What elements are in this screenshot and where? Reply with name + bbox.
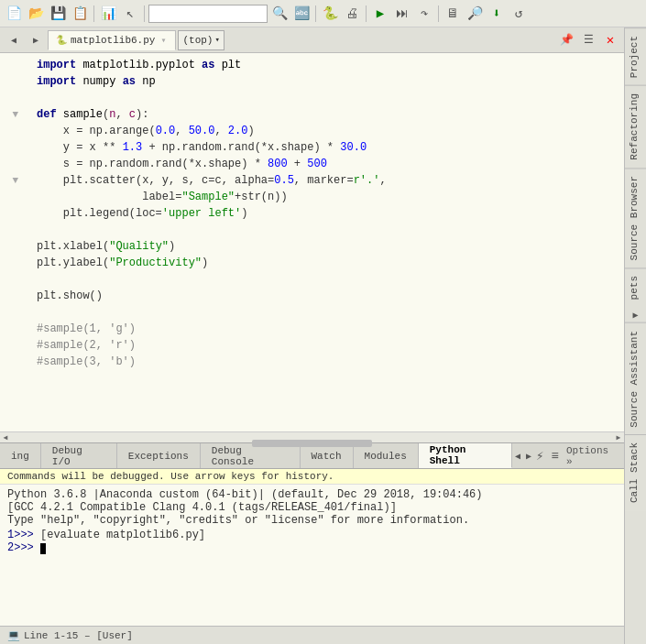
file-tabs: ◀ ▶ 🐍 matplotlib6.py ▾ (top) ▾ 📌 ☰ ✕	[0, 27, 624, 53]
sidebar-tab-pets[interactable]: pets	[625, 267, 646, 307]
right-sidebar: Project Refactoring Source Browser pets …	[624, 27, 646, 644]
save-as-icon[interactable]: 📋	[70, 4, 90, 24]
code-editor[interactable]: import matplotlib.pyplot as plt import n…	[0, 53, 624, 431]
code-line-14	[0, 271, 624, 288]
code-content-18: #sample(2, 'r')	[37, 337, 620, 354]
tab-debug-console-label: Debug Console	[212, 445, 289, 467]
line-num-4: ▼	[4, 106, 22, 123]
python-file-icon: 🐍	[56, 35, 67, 46]
code-content-17: #sample(1, 'g')	[37, 321, 620, 337]
code-content-2: import numpy as np	[37, 73, 620, 90]
sidebar-tab-call-stack[interactable]: Call Stack	[625, 434, 646, 510]
tabs-nav-prev[interactable]: ◀	[512, 451, 523, 462]
scroll-right-btn[interactable]: ▶	[613, 432, 624, 443]
code-line-11	[0, 222, 624, 238]
forward-icon[interactable]: ▶	[26, 30, 46, 50]
tab-debug-io-label: Debug I/O	[52, 445, 105, 467]
status-icon: 💻	[7, 629, 20, 641]
console-gcc-info: [GCC 4.2.1 Compatible Clang 4.0.1 (tags/…	[7, 501, 617, 514]
step-over-icon[interactable]: ⏭	[392, 4, 412, 24]
sidebar-tab-source-assistant-label: Source Assistant	[629, 331, 640, 428]
h-scrollbar[interactable]: ◀ ▶	[0, 431, 624, 442]
code-content-5: x = np.arange(0.0, 50.0, 2.0)	[37, 123, 620, 139]
new-file-icon[interactable]: 📄	[4, 4, 24, 24]
status-bar: 💻 Line 1-15 – [User]	[0, 626, 624, 644]
console-python-version: Python 3.6.8 |Anaconda custom (64-bit)| …	[7, 488, 617, 501]
console-prompt-2: 2>>>	[7, 541, 617, 554]
code-content-19: #sample(3, 'b')	[37, 354, 620, 370]
sep3	[315, 5, 316, 22]
tab-ing[interactable]: ing	[0, 443, 41, 468]
cursor-icon[interactable]: ↖	[120, 4, 140, 24]
open-icon[interactable]: 📂	[26, 4, 46, 24]
tab-exceptions[interactable]: Exceptions	[117, 443, 201, 468]
file-tab-matplotlib[interactable]: 🐍 matplotlib6.py ▾	[48, 30, 176, 50]
options-btn[interactable]: Options »	[564, 443, 620, 469]
code-line-7: s = np.random.rand(*x.shape) * 800 + 500	[0, 156, 624, 172]
code-content-4: def sample(n, c):	[37, 106, 620, 123]
sep5	[438, 5, 439, 22]
scroll-left-btn[interactable]: ◀	[0, 432, 11, 443]
status-text: Line 1-15 – [User]	[24, 630, 133, 641]
file-tab-name: matplotlib6.py	[71, 35, 155, 46]
tab-modules[interactable]: Modules	[354, 443, 419, 468]
h-scroll-thumb[interactable]	[252, 440, 372, 447]
code-content-10: plt.legend(loc='upper left')	[37, 205, 620, 222]
code-content-8: plt.scatter(x, y, s, c=c, alpha=0.5, mar…	[37, 172, 620, 189]
chart-icon[interactable]: 📊	[98, 4, 118, 24]
sidebar-tab-refactoring[interactable]: Refactoring	[625, 85, 646, 168]
code-line-18: #sample(2, 'r')	[0, 337, 624, 354]
download-icon[interactable]: ⬇	[487, 4, 507, 24]
tab-python-shell-label: Python Shell	[430, 444, 500, 466]
main-layout: ◀ ▶ 🐍 matplotlib6.py ▾ (top) ▾ 📌 ☰ ✕	[0, 27, 646, 644]
back-icon[interactable]: ◀	[4, 30, 24, 50]
code-line-15: plt.show()	[0, 288, 624, 304]
dropdown-arrow[interactable]: ▾	[160, 35, 166, 46]
tab-watch-label: Watch	[312, 451, 342, 462]
tab-debug-console[interactable]: Debug Console	[201, 443, 301, 468]
tab-debug-io[interactable]: Debug I/O	[41, 443, 117, 468]
sidebar-expand-btn[interactable]: ▶	[625, 308, 646, 322]
console-prompt-1: 1>>> [evaluate matplotlib6.py]	[7, 529, 617, 541]
save-icon[interactable]: 💾	[48, 4, 68, 24]
close-editor-icon[interactable]: ✕	[600, 30, 620, 50]
code-line-16	[0, 304, 624, 321]
sep1	[93, 5, 94, 22]
sidebar-tab-pets-label: pets	[629, 276, 640, 300]
menu-icon[interactable]: ☰	[578, 30, 598, 50]
debug-icon[interactable]: ⚡	[534, 446, 545, 465]
tab-ing-label: ing	[11, 451, 29, 462]
find-icon[interactable]: 🔍	[269, 4, 290, 24]
tabs-nav-next[interactable]: ▶	[523, 451, 534, 462]
sidebar-tab-source-browser[interactable]: Source Browser	[625, 168, 646, 267]
refresh-icon[interactable]: ↺	[509, 4, 529, 24]
editor-spacer	[0, 370, 624, 428]
run-icon[interactable]: ▶	[370, 4, 390, 24]
search-input[interactable]	[148, 5, 268, 23]
search2-icon[interactable]: 🔎	[465, 4, 485, 24]
scope-label: (top)	[182, 35, 213, 46]
monitor-icon[interactable]: 🖥	[443, 4, 463, 24]
pin-icon[interactable]: 📌	[556, 30, 576, 50]
tab-watch[interactable]: Watch	[301, 443, 354, 468]
step-into-icon[interactable]: ↷	[414, 4, 434, 24]
code-content-1: import matplotlib.pyplot as plt	[37, 57, 620, 73]
python-icon[interactable]: 🐍	[320, 4, 340, 24]
code-line-8: ▼ plt.scatter(x, y, s, c=c, alpha=0.5, m…	[0, 172, 624, 189]
sidebar-tab-source-browser-label: Source Browser	[629, 176, 640, 260]
code-line-10: plt.legend(loc='upper left')	[0, 205, 624, 222]
left-panel: ◀ ▶ 🐍 matplotlib6.py ▾ (top) ▾ 📌 ☰ ✕	[0, 27, 624, 644]
code-line-19: #sample(3, 'b')	[0, 354, 624, 370]
find-replace-icon[interactable]: 🔤	[291, 4, 312, 24]
code-line-1: import matplotlib.pyplot as plt	[0, 57, 624, 73]
console-info-text: Commands will be debugged. Use arrow key…	[7, 471, 334, 482]
code-content-12: plt.xlabel("Quality")	[37, 238, 620, 255]
console-area[interactable]: Python 3.6.8 |Anaconda custom (64-bit)| …	[0, 485, 624, 626]
tab-python-shell[interactable]: Python Shell	[419, 443, 512, 468]
code-line-6: y = x ** 1.3 + np.random.rand(*x.shape) …	[0, 139, 624, 156]
scope-dropdown[interactable]: (top) ▾	[178, 30, 224, 50]
sidebar-tab-project[interactable]: Project	[625, 27, 646, 85]
sidebar-tab-source-assistant[interactable]: Source Assistant	[625, 322, 646, 435]
format-icon[interactable]: ≡	[550, 447, 561, 465]
print-icon[interactable]: 🖨	[342, 4, 362, 24]
